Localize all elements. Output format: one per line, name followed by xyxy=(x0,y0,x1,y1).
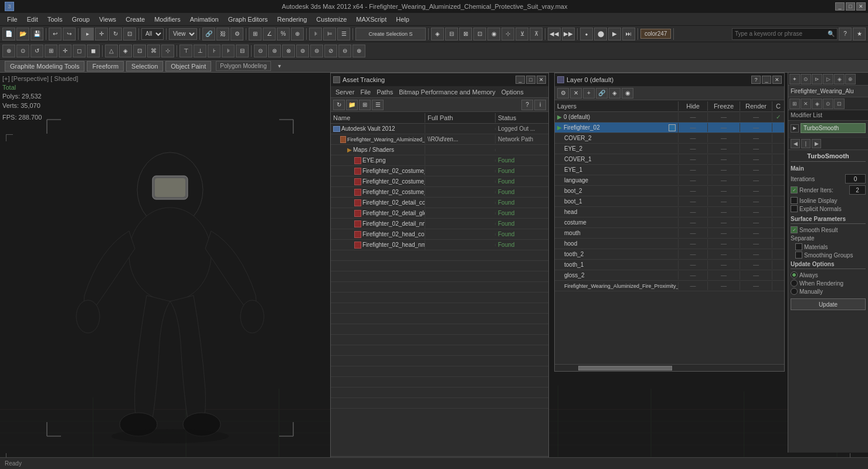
menu-edit[interactable]: Edit xyxy=(22,15,43,24)
graph-btn3[interactable]: ⊠ xyxy=(459,28,472,40)
layer-row-gloss2[interactable]: gloss_2 — — — xyxy=(555,270,784,281)
new-button[interactable]: 📄 xyxy=(2,28,15,40)
modifier-expand-btn[interactable]: ▶ xyxy=(791,124,799,132)
at-row-vault[interactable]: Autodesk Vault 2012 Logged Out ... xyxy=(331,124,548,134)
help-btn2[interactable]: ★ xyxy=(853,28,866,40)
layer0-close[interactable]: ✕ xyxy=(772,76,782,84)
layer-row-firefighter02[interactable]: ▶ Firefighter_02 — — — xyxy=(555,123,784,133)
at-row-detail-gloss[interactable]: Firefighter_02_detail_gloss.png Found xyxy=(331,208,548,219)
layer-row-hood[interactable]: hood — — — xyxy=(555,239,784,249)
tb2-filt1[interactable]: △ xyxy=(105,45,118,57)
mb-icon2[interactable]: | xyxy=(801,139,811,148)
mp-tab-utility[interactable]: ⊕ xyxy=(845,74,856,84)
at-folder[interactable]: 📁 xyxy=(346,100,358,110)
graph-btn4[interactable]: ⊡ xyxy=(473,28,486,40)
menu-modifiers[interactable]: Modifiers xyxy=(150,15,185,24)
help-btn1[interactable]: ? xyxy=(839,28,852,40)
mod-icon5[interactable]: ⊡ xyxy=(834,98,845,109)
layer-button[interactable]: ☰ xyxy=(337,28,350,40)
mod-icon3[interactable]: ◈ xyxy=(812,98,822,109)
mp-tab-create[interactable]: ✦ xyxy=(789,74,800,84)
layer-row-boot1[interactable]: boot_1 — — — xyxy=(555,196,784,207)
select-button[interactable]: ▸ xyxy=(81,28,94,40)
tb2-scl[interactable]: ⊞ xyxy=(45,45,57,57)
tb2-move[interactable]: ✛ xyxy=(59,45,72,57)
iterations-input[interactable] xyxy=(845,174,866,183)
tb2-axis5[interactable]: ⊜ xyxy=(310,45,323,57)
at-row-maps[interactable]: ▶ Maps / Shaders xyxy=(331,145,548,155)
layer-row-tooth1[interactable]: tooth_1 — — — xyxy=(555,260,784,270)
tb2-axis2[interactable]: ⊛ xyxy=(268,45,281,57)
at-menu-server[interactable]: Server xyxy=(333,89,357,96)
tb2-sel4[interactable]: ⊦ xyxy=(208,45,221,57)
search-icon[interactable]: 🔍 xyxy=(828,30,835,37)
tb2-axis6[interactable]: ⊘ xyxy=(324,45,337,57)
graphite-object-paint[interactable]: Object Paint xyxy=(165,61,211,72)
at-menu-bitmap[interactable]: Bitmap Performance and Memory xyxy=(396,89,497,96)
mod-icon4[interactable]: ⊙ xyxy=(823,98,833,109)
anim-next[interactable]: ⏭ xyxy=(622,28,635,40)
tb2-axis1[interactable]: ⊝ xyxy=(254,45,267,57)
undo-button[interactable]: ↩ xyxy=(49,28,62,40)
tb2-rot[interactable]: ↺ xyxy=(30,45,43,57)
update-button[interactable]: Update xyxy=(791,298,866,310)
explicit-normals-checkbox[interactable] xyxy=(791,205,798,212)
graphite-selection[interactable]: Selection xyxy=(126,61,163,72)
bind-button[interactable]: ⚙ xyxy=(230,28,243,40)
tb2-axis3[interactable]: ⊗ xyxy=(282,45,295,57)
at-refresh[interactable]: ↻ xyxy=(333,100,345,110)
tb2-filt2[interactable]: ◈ xyxy=(119,45,132,57)
layer-row-ffsuit[interactable]: Firefighter_Wearing_Aluminized_Fire_Prox… xyxy=(555,281,784,291)
mp-tab-hierarchy[interactable]: ⊳ xyxy=(812,74,822,84)
at-grid[interactable]: ⊞ xyxy=(359,100,371,110)
tb2-sel2[interactable]: ⊤ xyxy=(179,45,192,57)
at-info[interactable]: i xyxy=(534,100,546,110)
layer-row-0default[interactable]: ▶ 0 (default) — — — ✓ xyxy=(555,112,784,123)
at-row-eye[interactable]: EYE.png Found xyxy=(331,155,548,166)
tb2-filt4[interactable]: ⌘ xyxy=(147,45,160,57)
menu-graph-editors[interactable]: Graph Editors xyxy=(223,15,273,24)
layer-row-cover2[interactable]: COVER_2 — — — xyxy=(555,133,784,144)
tb2-sel3[interactable]: ⊥ xyxy=(194,45,206,57)
save-button[interactable]: 💾 xyxy=(30,28,43,40)
tb2-obj[interactable]: ⊙ xyxy=(16,45,29,57)
layer-row-boot2[interactable]: boot_2 — — — xyxy=(555,186,784,196)
layer-hscroll-thumb[interactable] xyxy=(578,366,672,371)
color-swatch[interactable]: color247 xyxy=(640,29,671,39)
layer-link[interactable]: 🔗 xyxy=(596,88,608,98)
mb-icon1[interactable]: ◀ xyxy=(791,139,800,148)
tb2-filt5[interactable]: ⊹ xyxy=(161,45,174,57)
menu-animation[interactable]: Animation xyxy=(185,15,223,24)
layer-row-cover1[interactable]: COVER_1 — — — xyxy=(555,154,784,165)
at-menu-file[interactable]: File xyxy=(358,89,373,96)
menu-create[interactable]: Create xyxy=(121,15,150,24)
at-row-costume-color[interactable]: Firefighter_02_costume_color.png Found xyxy=(331,166,548,176)
graph-btn1[interactable]: ◈ xyxy=(431,28,444,40)
at-row-head-nmap[interactable]: Firefighter_02_head_nmap.png Found xyxy=(331,240,548,250)
snap-toggle[interactable]: ⊞ xyxy=(249,28,262,40)
layer0-help[interactable]: ? xyxy=(751,76,761,84)
open-button[interactable]: 📂 xyxy=(16,28,29,40)
view-select[interactable]: View xyxy=(169,28,196,40)
menu-rendering[interactable]: Rendering xyxy=(273,15,312,24)
layer-row-head[interactable]: head — — — xyxy=(555,207,784,217)
menu-file[interactable]: File xyxy=(2,15,22,24)
at-row-detail-color[interactable]: Firefighter_02_detail_color.png Found xyxy=(331,198,548,208)
tb2-sel5[interactable]: ⊧ xyxy=(222,45,235,57)
graphite-freeform[interactable]: Freeform xyxy=(87,61,124,72)
graph-btn6[interactable]: ⊹ xyxy=(501,28,514,40)
at-row-costume-gloss[interactable]: Firefighter_02_costume_gloss.png Found xyxy=(331,176,548,187)
render-iters-input[interactable] xyxy=(849,185,866,195)
tb2-axis7[interactable]: ⊖ xyxy=(338,45,351,57)
mp-tab-display[interactable]: ◈ xyxy=(834,74,845,84)
mirror-button[interactable]: ⊧ xyxy=(309,28,322,40)
mod-icon2[interactable]: ✕ xyxy=(801,98,811,109)
maximize-button[interactable]: □ xyxy=(846,2,855,11)
graph-btn2[interactable]: ⊟ xyxy=(445,28,458,40)
menu-customize[interactable]: Customize xyxy=(311,15,351,24)
layer-sel1[interactable]: ◈ xyxy=(609,88,621,98)
tb2-axis8[interactable]: ⊕ xyxy=(352,45,365,57)
at-row-detail-nmap[interactable]: Firefighter_02_detail_nmap.png Found xyxy=(331,219,548,229)
filter-select[interactable]: All xyxy=(141,28,164,40)
anim-key[interactable]: ⬥ xyxy=(580,28,593,40)
